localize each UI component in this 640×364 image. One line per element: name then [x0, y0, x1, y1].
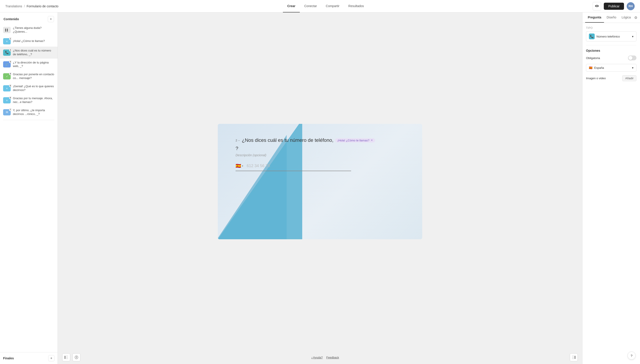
pill-close[interactable]: ✕ [371, 139, 373, 142]
accessibility-icon [75, 356, 78, 359]
country-left: 🇪🇸 España [589, 66, 604, 70]
sidebar-item-2[interactable]: 📞 2 ¿Nos dices cuál es tu número de telé… [0, 46, 58, 58]
country-name: España [594, 66, 604, 70]
tipo-phone-icon: 📞 [589, 34, 595, 39]
item-text-7: Y, por último, ¿te importa decirnos ...r… [13, 108, 55, 116]
preview-button[interactable] [593, 2, 601, 10]
item-text-1: ¡Hola! ¿Cómo te llamas? [13, 39, 55, 43]
tipo-section: Tipo 📞 Número telefónico ▾ [582, 23, 640, 45]
svg-rect-1 [66, 356, 68, 356]
accessibility-button[interactable] [72, 353, 80, 361]
tipo-dropdown-left: 📞 Número telefónico [589, 34, 620, 39]
panel-toggle-icon [572, 356, 576, 359]
sidebar-toggle-button[interactable] [62, 353, 70, 361]
content-title: Contenido [4, 17, 19, 21]
svg-rect-0 [64, 356, 66, 359]
panel-toggle-button[interactable] [570, 353, 578, 361]
country-chevron-icon: ▾ [632, 66, 633, 70]
svg-rect-7 [572, 356, 574, 356]
add-content-button[interactable]: + [48, 16, 54, 22]
tab-diseno[interactable]: Diseño [604, 12, 619, 23]
sidebar-item-6[interactable]: ≡ 6 Gracias por tu mensaje. Ahora, nec..… [0, 94, 58, 106]
svg-rect-3 [66, 358, 68, 359]
finales-title: Finales [3, 356, 14, 360]
page-title: Formulario de contacto [27, 4, 59, 8]
sidebar-footer: Finales + [0, 352, 58, 364]
breadcrumb: Translations / Formulario de contacto [5, 4, 59, 8]
item-icon-3: 🔗 3 [3, 61, 11, 68]
publish-button[interactable]: Publicar [604, 3, 624, 10]
nav-conectar[interactable]: Conectar [300, 0, 321, 12]
sidebar-item-7[interactable]: ✉ 7 Y, por último, ¿te importa decirnos … [0, 106, 58, 118]
item-text-6: Gracias por tu mensaje. Ahora, nec...e l… [13, 96, 55, 104]
obligatoria-toggle[interactable] [628, 56, 636, 60]
sidebar-toggle-icon [64, 356, 68, 359]
flag-chevron-icon: ▾ [242, 165, 243, 167]
imagen-label: Imagen o video [586, 76, 606, 80]
phone-input-row: 🇪🇸 ▾ 612 34 56 78 [236, 162, 351, 171]
bottom-center-links: ¿Ayuda? Feedback [311, 356, 339, 359]
add-finales-button[interactable]: + [48, 355, 55, 361]
question-pill[interactable]: ¡Hola! ¿Cómo te llamas? ✕ [335, 138, 375, 142]
flag-emoji: 🇪🇸 [236, 163, 241, 168]
svg-rect-6 [574, 356, 576, 359]
canvas-area: 2→ ¿Nos dices cuál es tu número de teléf… [58, 12, 582, 364]
tipo-dropdown[interactable]: 📞 Número telefónico ▾ [586, 31, 636, 42]
tipo-chevron-icon: ▾ [632, 35, 633, 38]
topbar-nav: Crear Conectar Compartir Resultados [283, 0, 368, 12]
tipo-value: Número telefónico [596, 35, 620, 38]
item-icon-1: ≡ 1 [3, 38, 11, 44]
help-link[interactable]: ¿Ayuda? [311, 356, 323, 359]
svg-point-5 [76, 356, 77, 357]
breadcrumb-separator: / [24, 4, 25, 8]
tipo-label: Tipo [586, 26, 636, 30]
question-end: ? [236, 146, 238, 152]
canvas-bottom-toolbar: ¿Ayuda? Feedback [58, 351, 582, 364]
step-number: 2→ [236, 139, 240, 142]
description-field[interactable]: Descripción (opcional) [236, 153, 378, 157]
nav-resultados[interactable]: Resultados [344, 0, 368, 12]
country-dropdown[interactable]: 🇪🇸 España ▾ [586, 64, 636, 72]
bottom-left-buttons [62, 353, 80, 361]
item-icon-0: ▌▌ [3, 27, 11, 33]
phone-placeholder-text: 612 34 56 78 [245, 164, 351, 168]
item-icon-2: 📞 2 [3, 50, 11, 56]
sidebar-item-5[interactable]: ≡ 5 ¡Genial! ¿Qué es lo que quieres deci… [0, 82, 58, 94]
topbar-actions: Publicar RH [593, 2, 635, 10]
topbar: Translations / Formulario de contacto Cr… [0, 0, 640, 12]
item-text-4: Gracias por ponerte en contacto co... me… [13, 72, 55, 80]
country-flag-button[interactable]: 🇪🇸 ▾ [236, 162, 245, 169]
breadcrumb-link[interactable]: Translations [5, 4, 22, 8]
tab-logica[interactable]: Lógica [619, 12, 633, 23]
right-panel-tabs: Pregunta Diseño Lógica ⚙ [582, 12, 640, 23]
settings-gear-icon[interactable]: ⚙ [634, 16, 637, 20]
sidebar-item-3[interactable]: 🔗 3 ¿Y la dirección de tu página web, _? [0, 58, 58, 70]
right-panel: Pregunta Diseño Lógica ⚙ Tipo 📞 Número t… [582, 12, 640, 364]
obligatoria-label: Obligatoria [586, 56, 600, 60]
tab-pregunta[interactable]: Pregunta [585, 12, 604, 23]
item-text-3: ¿Y la dirección de tu página web, _? [13, 61, 55, 68]
item-text-5: ¡Genial! ¿Qué es lo que quieres decirnos… [13, 84, 55, 92]
help-float-button[interactable]: ? [627, 352, 635, 360]
sidebar: Contenido + ▌▌ ¿Tienes alguna duda? ¿Qui… [0, 12, 58, 364]
anadir-button[interactable]: Añadir [622, 75, 636, 81]
feedback-link[interactable]: Feedback [326, 356, 339, 359]
item-text-2: ¿Nos dices cuál es tu número de teléfono… [13, 49, 55, 56]
item-text-0: ¿Tienes alguna duda? ¿Quieres... [13, 26, 55, 34]
sidebar-item-4[interactable]: ✓ 4 Gracias por ponerte en contacto co..… [0, 70, 58, 82]
nav-crear[interactable]: Crear [283, 0, 300, 12]
form-preview: 2→ ¿Nos dices cuál es tu número de teléf… [218, 124, 422, 239]
content-section-header: Contenido + [0, 12, 58, 24]
eye-icon [595, 5, 599, 8]
item-icon-6: ≡ 6 [3, 97, 11, 104]
avatar[interactable]: RH [627, 2, 635, 10]
sidebar-item-0[interactable]: ▌▌ ¿Tienes alguna duda? ¿Quieres... [0, 24, 58, 36]
country-flag: 🇪🇸 [589, 66, 592, 70]
question-text-main: ¿Nos dices cuál es tu número de teléfono… [242, 137, 333, 144]
main-layout: Contenido + ▌▌ ¿Tienes alguna duda? ¿Qui… [0, 12, 640, 364]
pill-text: ¡Hola! ¿Cómo te llamas? [337, 139, 369, 142]
imagen-row: Imagen o video Añadir [586, 75, 636, 81]
svg-rect-9 [572, 358, 574, 359]
sidebar-item-1[interactable]: ≡ 1 ¡Hola! ¿Cómo te llamas? [0, 36, 58, 46]
nav-compartir[interactable]: Compartir [321, 0, 344, 12]
